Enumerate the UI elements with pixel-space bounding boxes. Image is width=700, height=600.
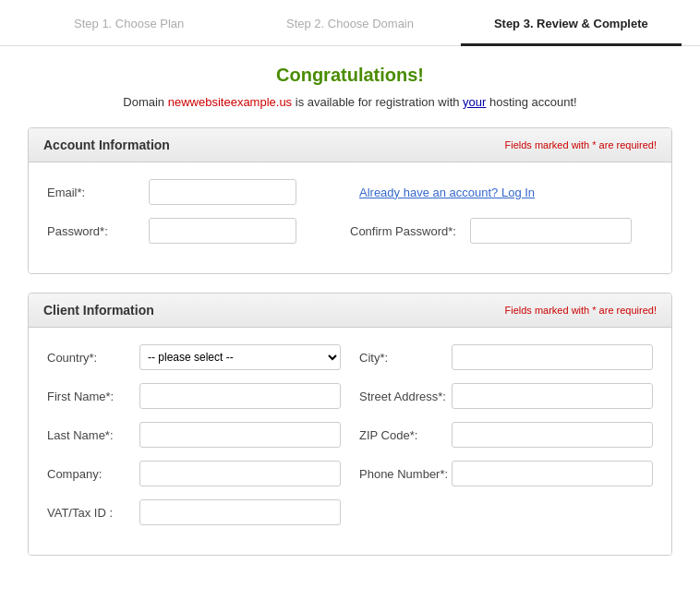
client-section: Client Information Fields marked with * …: [28, 293, 672, 556]
lastname-row: Last Name*:: [47, 422, 341, 448]
street-label: Street Address*:: [359, 390, 452, 403]
client-grid: Country*: -- please select -- First Name…: [47, 344, 653, 538]
steps-header: Step 1. Choose Plan Step 2. Choose Domai…: [0, 0, 700, 46]
phone-label: Phone Number*:: [359, 467, 452, 481]
email-input[interactable]: [149, 179, 296, 205]
country-label: Country*:: [47, 351, 139, 365]
step3-label: Step 3. Review & Complete: [494, 17, 648, 30]
msg-middle: is available for registration with: [292, 95, 463, 109]
already-account-link[interactable]: Already have an account? Log In: [359, 186, 535, 199]
client-section-header: Client Information Fields marked with * …: [29, 294, 671, 328]
city-row: City*:: [359, 344, 653, 370]
vat-row: VAT/Tax ID :: [47, 499, 341, 525]
step2-label: Step 2. Choose Domain: [286, 17, 414, 30]
company-label: Company:: [47, 467, 139, 481]
country-select[interactable]: -- please select --: [139, 344, 341, 370]
your-text: your: [463, 95, 486, 109]
vat-input[interactable]: [139, 499, 341, 525]
phone-input[interactable]: [452, 461, 653, 486]
account-section-header: Account Information Fields marked with *…: [29, 128, 671, 162]
street-input[interactable]: [452, 383, 653, 409]
account-section-body: Email*: Already have an account? Log In …: [29, 162, 671, 273]
step1-item[interactable]: Step 1. Choose Plan: [18, 0, 239, 45]
lastname-label: Last Name*:: [47, 428, 139, 442]
street-row: Street Address*:: [359, 383, 653, 409]
client-left-col: Country*: -- please select -- First Name…: [47, 344, 341, 538]
account-section-title: Account Information: [43, 138, 170, 152]
city-label: City*:: [359, 351, 452, 365]
email-row: Email*: Already have an account? Log In: [47, 179, 653, 205]
password-row: Password*: Confirm Password*:: [47, 218, 653, 244]
vat-label: VAT/Tax ID :: [47, 506, 139, 520]
city-input[interactable]: [452, 344, 653, 370]
company-row: Company:: [47, 461, 341, 486]
company-input[interactable]: [139, 461, 341, 486]
congrats-title: Congratulations!: [28, 65, 672, 86]
client-right-col: City*: Street Address*: ZIP Code*:: [359, 344, 653, 538]
account-section: Account Information Fields marked with *…: [28, 127, 672, 274]
domain-name: newwebsiteexample.us: [168, 95, 292, 109]
phone-row: Phone Number*:: [359, 461, 653, 486]
client-section-title: Client Information: [43, 303, 154, 318]
password-label: Password*:: [47, 224, 149, 238]
client-section-body: Country*: -- please select -- First Name…: [29, 328, 671, 555]
firstname-row: First Name*:: [47, 383, 341, 409]
msg-suffix: hosting account!: [486, 95, 576, 109]
step1-label: Step 1. Choose Plan: [74, 17, 184, 30]
confirm-password-label: Confirm Password*:: [350, 224, 470, 238]
step3-item[interactable]: Step 3. Review & Complete: [461, 0, 682, 46]
firstname-input[interactable]: [139, 383, 341, 409]
zip-row: ZIP Code*:: [359, 422, 653, 448]
password-input[interactable]: [149, 218, 296, 244]
step2-item[interactable]: Step 2. Choose Domain: [239, 0, 460, 45]
zip-input[interactable]: [452, 422, 653, 448]
main-content: Congratulations! Domain newwebsiteexampl…: [0, 46, 700, 593]
email-label: Email*:: [47, 186, 149, 199]
congrats-message: Domain newwebsiteexample.us is available…: [28, 95, 672, 109]
account-required-note: Fields marked with * are required!: [505, 139, 657, 150]
zip-label: ZIP Code*:: [359, 428, 452, 442]
lastname-input[interactable]: [139, 422, 341, 448]
confirm-password-input[interactable]: [470, 218, 632, 244]
client-required-note: Fields marked with * are required!: [505, 305, 657, 316]
msg-prefix: Domain: [123, 95, 167, 109]
country-row: Country*: -- please select --: [47, 344, 341, 370]
firstname-label: First Name*:: [47, 390, 139, 403]
